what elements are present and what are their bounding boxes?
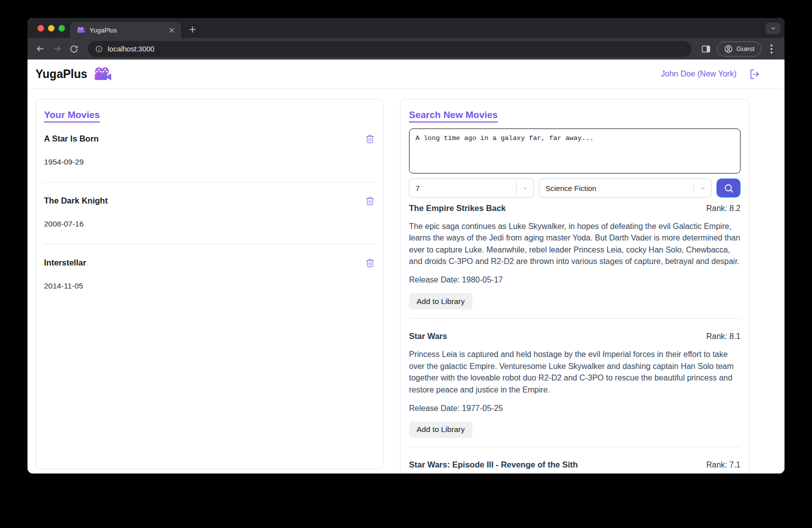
browser-toolbar: localhost:3000 Guest [28,38,784,60]
site-info-icon[interactable] [95,45,103,53]
add-to-library-button[interactable]: Add to Library [409,293,472,310]
trash-icon [365,196,375,206]
movie-release-date: 1954-09-29 [44,158,375,166]
result-description: Princess Leia is captured and held hosta… [409,348,740,395]
result-rank: Rank: 7.1 [706,460,740,470]
result-count-value: 7 [410,184,516,192]
search-icon [724,183,734,194]
movie-release-date: 2008-07-16 [44,220,375,228]
window-minimize-button[interactable] [48,25,54,32]
logout-button[interactable] [749,68,760,80]
main-content: Your Movies A Star Is Born [28,89,784,474]
movie-title: A Star Is Born [44,134,98,144]
search-controls: 7 Science Fiction [409,178,740,198]
result-description: The epic saga continues as Luke Skywalke… [409,220,740,267]
user-profile-link[interactable]: John Doe (New York) [661,70,736,78]
brand: YugaPlus [36,66,112,82]
tab-close-button[interactable] [167,26,176,34]
close-icon [169,28,174,33]
genre-value: Science Fiction [540,184,694,192]
arrow-right-icon [52,44,62,54]
delete-movie-button[interactable] [365,134,375,144]
search-button[interactable] [716,178,740,198]
search-result: Star Wars: Episode III - Revenge of the … [409,446,740,470]
browser-menu-button[interactable] [766,42,777,56]
window-controls [38,25,65,32]
plus-icon [189,26,196,33]
movie-camera-logo-icon [93,66,112,82]
list-item: Interstellar 2014-11-05 [44,244,375,306]
arrow-left-icon [36,44,45,54]
address-bar[interactable]: localhost:3000 [88,41,692,57]
kebab-menu-icon [770,44,772,54]
chevron-down-icon [516,184,534,192]
tab-search-button[interactable] [766,22,780,34]
search-result: The Empire Strikes Back Rank: 8.2 The ep… [409,204,740,310]
side-panel-button[interactable] [700,42,712,56]
movie-release-date: 2014-11-05 [44,282,375,290]
search-movies-panel: Search New Movies A long time ago in a g… [400,99,750,474]
result-count-select[interactable]: 7 [409,178,534,198]
new-tab-button[interactable] [186,23,199,36]
logout-icon [749,68,760,80]
list-item: A Star Is Born 1954-09-29 [44,120,375,182]
chevron-down-icon [694,184,711,192]
browser-window: YugaPlus [28,18,784,474]
profile-label: Guest [736,45,754,52]
reload-button[interactable] [68,42,82,56]
result-release-date: Release Date: 1977-05-25 [409,404,740,413]
trash-icon [365,258,375,268]
result-release-date: Release Date: 1980-05-17 [409,276,740,284]
user-area: John Doe (New York) [661,68,760,80]
your-movies-title: Your Movies [44,110,100,120]
trash-icon [365,134,375,144]
window-close-button[interactable] [38,25,44,32]
search-result: Star Wars Rank: 8.1 Princess Leia is cap… [409,318,740,438]
your-movies-panel: Your Movies A Star Is Born [36,99,384,469]
result-rank: Rank: 8.2 [706,204,740,213]
reload-icon [70,44,78,54]
result-title: Star Wars [409,332,447,341]
search-query-textarea[interactable]: A long time ago in a galaxy far, far awa… [409,128,740,174]
forward-button[interactable] [50,42,64,56]
app-title: YugaPlus [36,68,88,81]
page-content: YugaPlus John Doe (New York) [28,60,784,474]
add-to-library-button[interactable]: Add to Library [409,422,472,438]
toolbar-right-cluster: Guest [700,42,777,56]
tab-title: YugaPlus [90,26,162,34]
genre-select[interactable]: Science Fiction [539,178,712,198]
desktop-background: YugaPlus [0,0,812,528]
delete-movie-button[interactable] [365,196,375,206]
list-item: The Dark Knight 2008-07-16 [44,182,375,244]
browser-tab[interactable]: YugaPlus [70,22,181,38]
result-rank: Rank: 8.1 [706,332,740,341]
url-text: localhost:3000 [108,45,154,53]
search-movies-title: Search New Movies [409,110,498,120]
movie-camera-favicon-icon [76,26,85,34]
result-title: The Empire Strikes Back [409,204,506,213]
profile-button[interactable]: Guest [717,42,762,56]
movie-title: The Dark Knight [44,196,108,206]
movie-title: Interstellar [44,258,86,268]
back-button[interactable] [34,42,48,56]
side-panel-icon [702,45,710,53]
chevron-down-icon [770,25,776,32]
browser-tab-strip: YugaPlus [28,18,784,38]
site-header: YugaPlus John Doe (New York) [28,60,784,89]
delete-movie-button[interactable] [365,258,375,268]
result-title: Star Wars: Episode III - Revenge of the … [409,460,578,470]
window-zoom-button[interactable] [58,25,65,32]
person-circle-icon [724,44,733,54]
